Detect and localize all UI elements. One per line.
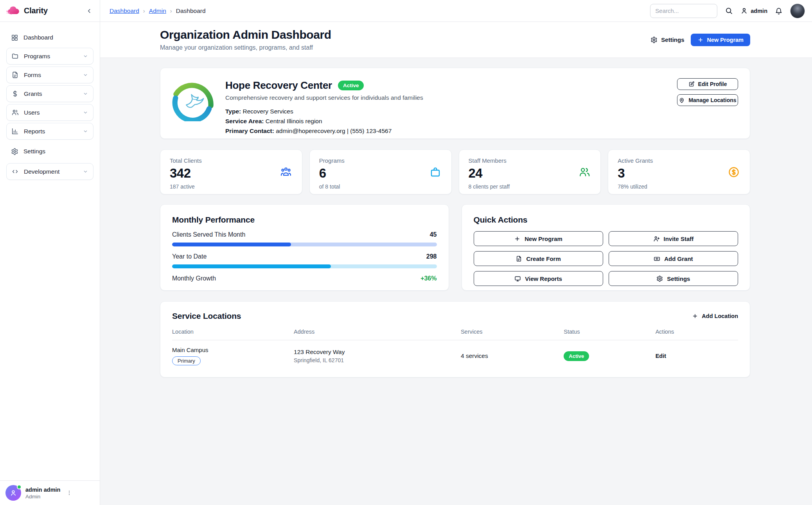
sidebar-item-label: Reports [24,128,45,135]
clarity-cloud-logo-icon [5,5,20,16]
chevron-down-icon [83,91,88,97]
sidebar-item-users[interactable]: Users [6,104,93,121]
breadcrumb-admin-link[interactable]: Admin [149,7,166,14]
manage-locations-button[interactable]: Manage Locations [677,94,738,106]
qa-label: Create Form [526,255,560,262]
user-avatar[interactable] [5,485,21,501]
stat-value: 6 [319,166,442,181]
sidebar-item-settings[interactable]: Settings [6,144,93,158]
code-icon [11,168,19,175]
stat-label: Programs [319,157,442,164]
chevron-left-icon [86,7,93,14]
stat-value: 342 [170,166,293,181]
search-button[interactable] [725,7,733,15]
app-root: Clarity Dashboard Programs [0,0,812,505]
breadcrumb-current: Dashboard [176,7,206,14]
qa-label: Add Grant [664,255,693,262]
qa-new-program-button[interactable]: New Program [474,231,603,246]
sidebar-item-label: Development [24,168,59,175]
organization-logo [172,78,215,128]
users-icon [11,109,19,116]
actions-cell: Edit [656,352,738,359]
kebab-menu-icon [66,490,72,496]
primary-badge: Primary [172,356,201,365]
avatar[interactable] [790,4,805,18]
edit-profile-label: Edit Profile [698,81,727,87]
chevron-down-icon [83,72,88,78]
sidebar-nav: Dashboard Programs Forms [0,22,100,480]
service-locations-title: Service Locations [172,311,241,321]
breadcrumb-dashboard-link[interactable]: Dashboard [110,7,139,14]
gear-icon [650,36,658,43]
stat-value: 24 [469,166,591,181]
edit-location-button[interactable]: Edit [656,353,666,359]
monthly-performance-title: Monthly Performance [172,215,437,225]
edit-profile-button[interactable]: Edit Profile [677,78,738,90]
organization-card: Hope Recovery Center Active Comprehensiv… [160,68,750,139]
qa-settings-button[interactable]: Settings [609,271,738,286]
gear-icon [11,148,18,155]
perf-metric-label: Year to Date [172,253,207,260]
plus-icon [514,235,521,242]
qa-view-reports-button[interactable]: View Reports [474,271,603,286]
sidebar-item-label: Programs [24,53,50,60]
add-location-button[interactable]: Add Location [692,313,738,319]
sidebar-item-programs[interactable]: Programs [6,48,93,65]
circle-dollar-icon [728,166,740,178]
organization-info: Hope Recovery Center Active Comprehensiv… [225,78,423,128]
brand-name: Clarity [24,6,48,15]
sidebar-item-forms[interactable]: Forms [6,66,93,83]
sidebar-item-dashboard[interactable]: Dashboard [6,31,93,45]
organization-description: Comprehensive recovery and support servi… [225,94,423,101]
stat-value: 3 [618,166,740,181]
column-status: Status [564,329,655,335]
sidebar-item-grants[interactable]: Grants [6,85,93,102]
brand: Clarity [5,5,48,16]
breadcrumb-separator: › [143,7,145,14]
address-line2: Springfield, IL 62701 [294,357,461,363]
add-location-label: Add Location [702,313,738,319]
page-header: Organization Admin Dashboard Manage your… [100,22,812,58]
sidebar-item-reports[interactable]: Reports [6,123,93,140]
monitor-icon [514,275,521,282]
column-services: Services [461,329,564,335]
user-menu-button[interactable] [66,490,72,496]
map-pin-icon [679,97,685,103]
content: Hope Recovery Center Active Comprehensiv… [100,58,812,505]
new-program-label: New Program [707,37,744,43]
sidebar-collapse-button[interactable] [85,7,93,15]
stat-card-programs: Programs 6 of 8 total [309,149,452,194]
qa-create-form-button[interactable]: Create Form [474,251,603,266]
column-location: Location [172,329,294,335]
address-line1: 123 Recovery Way [294,349,461,356]
qa-invite-staff-button[interactable]: Invite Staff [609,231,738,246]
breadcrumb: Dashboard › Admin › Dashboard [110,7,206,14]
qa-label: View Reports [525,275,562,282]
search-input[interactable] [650,4,717,18]
locations-table-header: Location Address Services Status Actions [172,329,738,340]
stat-sub: 8 clients per staff [469,183,591,190]
stat-label: Staff Members [469,157,591,164]
location-table-row: Main Campus Primary 123 Recovery Way Spr… [172,340,738,373]
plus-icon [692,313,698,319]
stats-row: Total Clients 342 187 active Programs 6 … [160,149,750,194]
quick-actions-title: Quick Actions [474,215,738,225]
person-icon [740,7,748,14]
sidebar-item-development[interactable]: Development [6,163,93,180]
qa-add-grant-button[interactable]: Add Grant [609,251,738,266]
sidebar-item-label: Forms [24,72,41,79]
organization-type-line: Type: Recovery Services [225,106,423,116]
new-program-button[interactable]: New Program [691,34,750,46]
organization-status-badge: Active [338,81,364,90]
sidebar-item-label: Grants [24,90,42,97]
perf-metric-value: 298 [426,253,437,260]
chevron-down-icon [83,110,88,115]
header-settings-button[interactable]: Settings [650,36,684,43]
topbar-user-chip[interactable]: admin [740,7,767,14]
briefcase-icon [429,166,441,178]
sidebar-user-footer: admin admin Admin [0,480,100,505]
chevron-down-icon [83,169,88,174]
person-icon [9,489,17,497]
notifications-button[interactable] [775,7,783,15]
organization-name: Hope Recovery Center [225,79,332,92]
